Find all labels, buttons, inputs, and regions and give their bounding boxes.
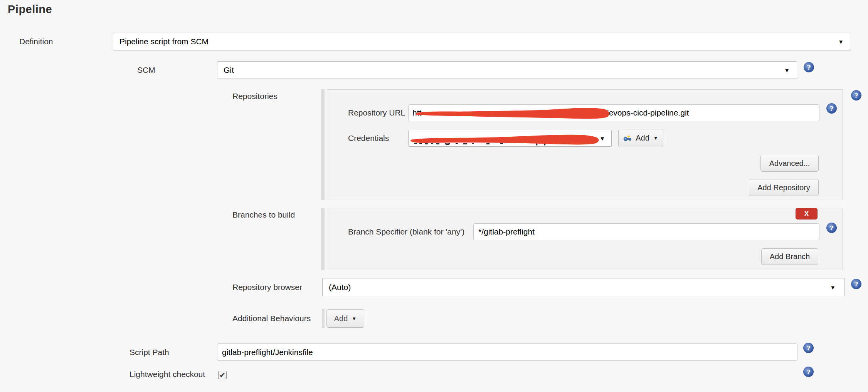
delete-branch-button[interactable]: X <box>796 208 818 219</box>
definition-select[interactable]: Pipeline script from SCM ▼ <box>113 33 851 50</box>
scm-select-value: Git <box>224 65 234 75</box>
additional-behaviours-add-button[interactable]: Add ▼ <box>326 309 364 328</box>
scm-select[interactable]: Git ▼ <box>217 61 797 79</box>
chevron-down-icon: ▼ <box>599 136 605 141</box>
additional-behaviours-add-label: Add <box>334 314 348 323</box>
script-path-value: gitlab-preflight/Jenkinsfile <box>222 348 313 357</box>
repository-url-visible-suffix: devops-cicd-pipeline.git <box>604 108 689 117</box>
credentials-add-button[interactable]: Add ▼ <box>618 129 663 147</box>
lightweight-checkout-checkbox[interactable]: ✔ <box>218 371 227 379</box>
chevron-down-icon: ▼ <box>830 284 836 290</box>
key-icon <box>623 134 632 142</box>
repository-browser-value: (Auto) <box>329 283 351 292</box>
section-indent-bar <box>321 89 325 200</box>
repository-browser-label: Repository browser <box>232 278 302 296</box>
credentials-select[interactable]: ▼ <box>408 130 612 147</box>
definition-select-value: Pipeline script from SCM <box>119 37 209 46</box>
scm-label: SCM <box>137 61 155 79</box>
chevron-down-icon: ▼ <box>784 67 790 73</box>
script-path-input[interactable]: gitlab-preflight/Jenkinsfile <box>217 343 797 361</box>
add-branch-button[interactable]: Add Branch <box>761 248 818 265</box>
help-icon[interactable]: ? <box>851 90 861 101</box>
repository-url-input[interactable]: htt devops-cicd-pipeline.git <box>408 104 819 121</box>
section-indent-bar <box>322 309 325 328</box>
credentials-label: Credentials <box>348 130 389 147</box>
chevron-down-icon: ▼ <box>838 39 844 45</box>
chevron-down-icon: ▼ <box>653 135 658 141</box>
section-indent-bar <box>321 208 325 270</box>
branch-specifier-value: */gitlab-preflight <box>478 227 535 236</box>
branch-specifier-label: Branch Specifier (blank for 'any') <box>348 223 464 240</box>
repository-url-label: Repository URL <box>348 104 405 121</box>
lightweight-checkout-label: Lightweight checkout <box>130 368 205 381</box>
help-icon[interactable]: ? <box>826 103 837 114</box>
redaction-scribble <box>415 106 610 121</box>
help-icon[interactable]: ? <box>803 343 814 353</box>
checkmark-icon: ✔ <box>219 372 225 379</box>
add-repository-button[interactable]: Add Repository <box>749 179 819 196</box>
advanced-button[interactable]: Advanced... <box>760 155 819 172</box>
credentials-add-label: Add <box>636 134 649 142</box>
page-title: Pipeline <box>8 3 52 16</box>
help-icon[interactable]: ? <box>851 279 861 289</box>
repositories-section-label: Repositories <box>232 92 278 101</box>
help-icon[interactable]: ? <box>803 367 814 377</box>
branch-specifier-input[interactable]: */gitlab-preflight <box>473 223 819 240</box>
branches-section-label: Branches to build <box>232 210 295 219</box>
help-icon[interactable]: ? <box>804 62 814 72</box>
pipeline-config-page: Pipeline Definition Pipeline script from… <box>0 0 868 392</box>
additional-behaviours-label: Additional Behaviours <box>232 309 311 328</box>
help-icon[interactable]: ? <box>826 223 837 233</box>
repository-url-visible-prefix: htt <box>412 108 421 117</box>
redaction-scribble <box>409 132 601 146</box>
repository-browser-select[interactable]: (Auto) ▼ <box>322 278 844 296</box>
chevron-down-icon: ▼ <box>352 316 357 322</box>
script-path-label: Script Path <box>130 343 169 361</box>
definition-label: Definition <box>19 33 53 50</box>
